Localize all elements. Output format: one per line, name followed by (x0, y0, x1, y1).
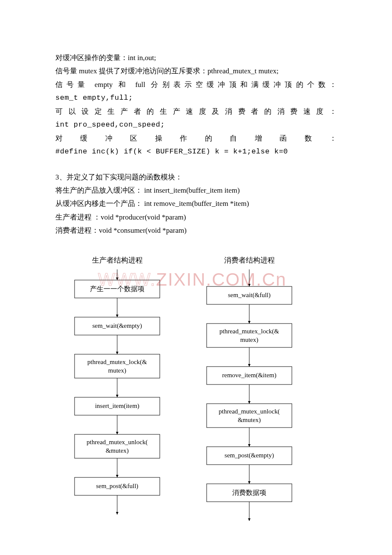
svg-rect-20 (207, 404, 292, 428)
line-inc-desc: 对缓冲区操作的自增函数： (55, 132, 337, 145)
func-consumer: 消费者进程：void *consumer(void *param) (55, 224, 337, 237)
producer-step-3a: pthread_mutex_lock(& (87, 359, 147, 366)
consumer-step-6: 消费数据项 (232, 489, 266, 496)
producer-step-2: sem_wait(&empty) (92, 323, 142, 330)
func-insert: 将生产的产品放入缓冲区： int insert_item(buffer_item… (55, 184, 337, 197)
producer-title: 生产者结构进程 (64, 254, 170, 267)
producer-step-3b: mutex) (108, 367, 127, 375)
consumer-flowchart: 消费者结构进程 sem_wait(&full) pthread_mutex_lo… (196, 254, 303, 525)
line-empty-full-code: sem_t empty,full; (55, 91, 337, 104)
consumer-step-4a: pthread_mutex_unlock( (219, 408, 280, 416)
consumer-step-1: sem_wait(&full) (228, 292, 271, 299)
line-speed-code: int pro_speed,con_speed; (55, 118, 337, 131)
producer-step-6: sem_post(&full) (96, 483, 138, 490)
consumer-step-2b: mutex) (240, 337, 259, 344)
consumer-step-4b: &mutex) (238, 417, 261, 424)
flowchart-container: WWW.ZIXIN.COM.Cn 生产者结构进程 产生一一个数据项 s (64, 254, 337, 525)
line-speed-desc: 可以设定生产者的生产速度及消费者的消费速度： (55, 105, 337, 118)
consumer-svg: sem_wait(&full) pthread_mutex_lock(& mut… (196, 269, 303, 525)
producer-svg: 产生一一个数据项 sem_wait(&empty) pthread_mutex_… (64, 269, 170, 525)
producer-flowchart: 生产者结构进程 产生一一个数据项 sem_wait(&empty) (64, 254, 170, 525)
line-buffer-vars: 对缓冲区操作的变量：int in,out; (55, 51, 337, 64)
consumer-step-3: remove_item(&item) (222, 372, 276, 379)
svg-rect-16 (207, 324, 292, 347)
consumer-step-2a: pthread_mutex_lock(& (219, 328, 279, 335)
func-remove: 从缓冲区内移走一个产品： int remove_item(buffer_item… (55, 197, 337, 210)
producer-step-5a: pthread_mutex_unlock( (86, 439, 147, 446)
line-inc-code: #define inc(k) if(k < BUFFER_SIZE) k = k… (55, 145, 337, 158)
document-page: 对缓冲区操作的变量：int in,out; 信号量 mutex 提供了对缓冲池访… (0, 0, 392, 551)
consumer-step-5: sem_post(&empty) (225, 452, 274, 460)
producer-step-1: 产生一一个数据项 (90, 285, 144, 292)
svg-rect-9 (75, 434, 160, 458)
line-mutex: 信号量 mutex 提供了对缓冲池访问的互斥要求：pthread_mutex_t… (55, 64, 337, 78)
consumer-title: 消费者结构进程 (196, 254, 303, 267)
producer-step-5b: &mutex) (106, 448, 129, 455)
svg-rect-5 (75, 354, 160, 378)
line-empty-full-desc: 信号量 empty 和 full 分别表示空缓冲顶和满缓冲顶的个数： (55, 78, 337, 91)
func-producer: 生产者进程 ：void *producer(void *param) (55, 211, 337, 224)
section-3-header: 3、并定义了如下实现问题的函数模块： (55, 171, 337, 184)
producer-step-4: insert_item(item) (95, 403, 139, 410)
